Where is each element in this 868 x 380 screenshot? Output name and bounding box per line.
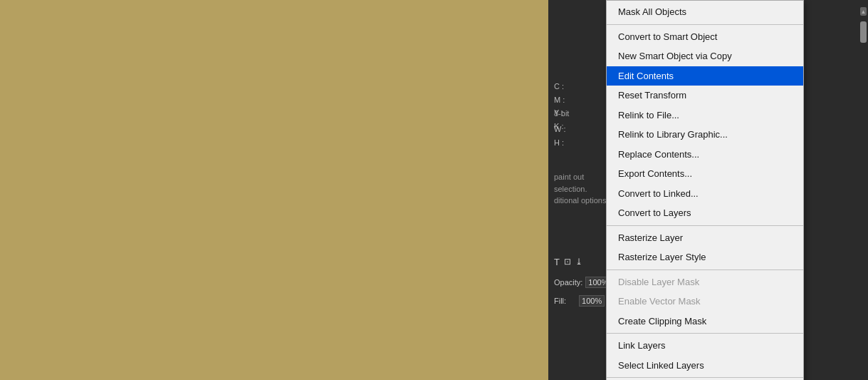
w-label: W : [554, 123, 566, 136]
menu-item-disable-layer-mask: Disable Layer Mask [607, 272, 803, 292]
separator-separator-2 [607, 225, 803, 226]
c-label: C : [554, 80, 565, 93]
scrollbar-thumb[interactable] [860, 21, 867, 43]
opacity-label: Opacity: [554, 278, 582, 287]
context-menu: Mask All ObjectsConvert to Smart ObjectN… [606, 0, 804, 380]
menu-item-replace-contents[interactable]: Replace Contents... [607, 145, 803, 165]
menu-item-link-layers[interactable]: Link Layers [607, 336, 803, 356]
separator-separator-4 [607, 333, 803, 334]
separator-separator-1 [607, 24, 803, 25]
text-tool-icon[interactable]: T [554, 257, 560, 267]
wh-labels: W : H : [554, 123, 566, 149]
menu-item-convert-to-layers[interactable]: Convert to Layers [607, 203, 803, 223]
separator-separator-5 [607, 377, 803, 378]
menu-item-relink-to-file[interactable]: Relink to File... [607, 106, 803, 125]
canvas-area [0, 0, 548, 380]
export-icon[interactable]: ⤓ [575, 257, 582, 267]
h-label: H : [554, 136, 566, 150]
scroll-up-btn[interactable]: ▲ [860, 7, 867, 16]
fill-input[interactable] [579, 295, 605, 307]
separator-separator-3 [607, 269, 803, 270]
menu-item-convert-to-linked[interactable]: Convert to Linked... [607, 184, 803, 204]
menu-item-mask-all-objects[interactable]: Mask All Objects [607, 2, 803, 22]
m-label: M : [554, 93, 565, 107]
menu-item-convert-smart-object[interactable]: Convert to Smart Object [607, 27, 803, 47]
menu-item-relink-to-library[interactable]: Relink to Library Graphic... [607, 125, 803, 145]
menu-item-reset-transform[interactable]: Reset Transform [607, 86, 803, 106]
transform-icon[interactable]: ⊡ [564, 257, 571, 267]
menu-item-edit-contents[interactable]: Edit Contents [607, 66, 803, 86]
menu-item-new-smart-object-copy[interactable]: New Smart Object via Copy [607, 46, 803, 66]
bit-depth: 8-bit [554, 109, 569, 118]
menu-item-export-contents[interactable]: Export Contents... [607, 164, 803, 184]
menu-item-enable-vector-mask: Enable Vector Mask [607, 292, 803, 312]
menu-item-create-clipping-mask[interactable]: Create Clipping Mask [607, 312, 803, 332]
toolbar-icons: T ⊡ ⤓ [554, 257, 582, 267]
menu-item-select-linked-layers[interactable]: Select Linked Layers [607, 356, 803, 376]
menu-item-rasterize-layer[interactable]: Rasterize Layer [607, 228, 803, 248]
fill-label: Fill: [554, 297, 566, 305]
menu-item-rasterize-layer-style[interactable]: Rasterize Layer Style [607, 247, 803, 267]
